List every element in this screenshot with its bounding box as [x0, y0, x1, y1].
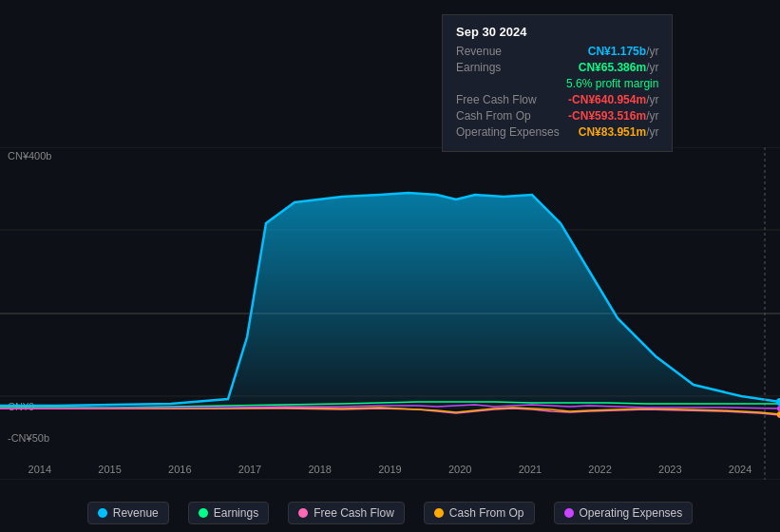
- tooltip-earnings-row: Earnings CN¥65.386m/yr: [456, 61, 658, 74]
- legend-earnings-dot: [199, 508, 208, 518]
- legend-cfo[interactable]: Cash From Op: [424, 502, 535, 524]
- x-label-2018: 2018: [308, 464, 331, 475]
- legend-revenue[interactable]: Revenue: [87, 502, 169, 524]
- legend-opex[interactable]: Operating Expenses: [554, 502, 694, 524]
- tooltip-revenue-label: Revenue: [456, 45, 502, 58]
- tooltip: Sep 30 2024 Revenue CN¥1.175b/yr Earning…: [442, 14, 673, 152]
- x-label-2019: 2019: [378, 464, 401, 475]
- legend-revenue-dot: [98, 508, 107, 518]
- tooltip-opex-row: Operating Expenses CN¥83.951m/yr: [456, 125, 658, 139]
- x-label-2017: 2017: [238, 464, 261, 475]
- x-label-2023: 2023: [658, 464, 681, 475]
- x-label-2022: 2022: [588, 464, 611, 475]
- legend-revenue-label: Revenue: [113, 506, 159, 520]
- tooltip-revenue-row: Revenue CN¥1.175b/yr: [456, 45, 658, 58]
- tooltip-fcf-label: Free Cash Flow: [456, 93, 537, 106]
- x-label-2015: 2015: [98, 464, 121, 475]
- tooltip-opex-label: Operating Expenses: [456, 125, 560, 139]
- x-label-2024: 2024: [729, 464, 751, 475]
- x-label-2021: 2021: [519, 464, 542, 475]
- legend-fcf-label: Free Cash Flow: [314, 506, 394, 520]
- tooltip-cfo-value: -CN¥593.516m/yr: [568, 109, 658, 123]
- x-axis: 2014 2015 2016 2017 2018 2019 2020 2021 …: [0, 464, 780, 475]
- tooltip-cfo-label: Cash From Op: [456, 109, 531, 123]
- tooltip-revenue-value: CN¥1.175b/yr: [588, 45, 659, 58]
- chart-container: Sep 30 2024 Revenue CN¥1.175b/yr Earning…: [0, 0, 780, 532]
- x-label-2016: 2016: [168, 464, 191, 475]
- tooltip-earnings-label: Earnings: [456, 61, 501, 74]
- legend-opex-dot: [564, 508, 574, 518]
- tooltip-opex-value: CN¥83.951m/yr: [579, 125, 659, 139]
- legend: Revenue Earnings Free Cash Flow Cash Fro…: [0, 502, 780, 524]
- x-label-2014: 2014: [29, 464, 51, 475]
- legend-cfo-dot: [434, 508, 444, 518]
- tooltip-profit-margin: 5.6% profit margin: [566, 77, 658, 90]
- legend-cfo-label: Cash From Op: [449, 506, 524, 520]
- legend-fcf[interactable]: Free Cash Flow: [288, 502, 405, 524]
- tooltip-earnings-value: CN¥65.386m/yr: [579, 61, 659, 74]
- x-label-2020: 2020: [448, 464, 471, 475]
- legend-fcf-dot: [298, 508, 308, 518]
- tooltip-date: Sep 30 2024: [456, 25, 658, 39]
- legend-earnings-label: Earnings: [214, 506, 258, 520]
- tooltip-fcf-row: Free Cash Flow -CN¥640.954m/yr: [456, 93, 658, 106]
- legend-opex-label: Operating Expenses: [580, 506, 683, 520]
- legend-earnings[interactable]: Earnings: [188, 502, 269, 524]
- tooltip-cfo-row: Cash From Op -CN¥593.516m/yr: [456, 109, 658, 123]
- tooltip-fcf-value: -CN¥640.954m/yr: [568, 93, 658, 106]
- main-chart-svg: [0, 147, 780, 480]
- tooltip-profit-margin-row: 5.6% profit margin: [456, 77, 658, 90]
